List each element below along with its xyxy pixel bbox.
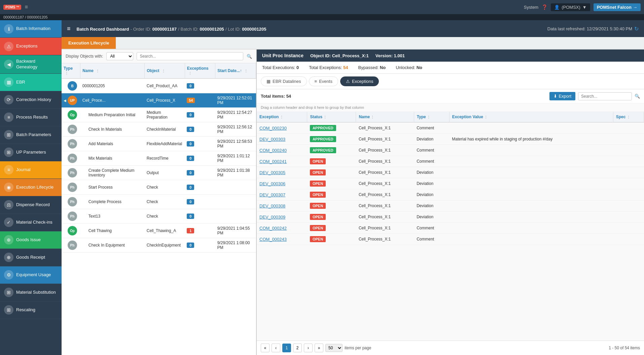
exc-type-cell: Deviation xyxy=(414,200,449,212)
user-section[interactable]: 👤 (POMSX) ▼ xyxy=(551,3,590,11)
page-next[interactable]: › xyxy=(304,344,313,352)
sidebar-item-batch-info[interactable]: ℹ Batch Information xyxy=(0,20,62,38)
hamburger-icon[interactable]: ≡ xyxy=(25,4,28,10)
sidebar-item-dispense-record[interactable]: ⚖ Dispense Record xyxy=(0,196,62,214)
exec-search-input[interactable] xyxy=(137,52,243,60)
col-name[interactable]: Name ⋮ xyxy=(80,63,145,78)
exception-row[interactable]: COM_000243 OPEN Cell_Process_X:1 Comment xyxy=(257,234,644,245)
exception-row[interactable]: COM_000241 OPEN Cell_Process_X:1 Comment xyxy=(257,156,644,167)
exc-name-cell: Cell_Process_X:1 xyxy=(356,234,414,245)
exc-col-name[interactable]: Name ⋮ xyxy=(356,112,414,122)
exc-status-cell: APPROVED xyxy=(307,145,356,156)
exec-table-row[interactable]: ◀ Ph Add Materials FlexibleAddMaterial 0… xyxy=(62,137,256,151)
exec-search-icon[interactable]: 🔍 xyxy=(247,54,252,59)
per-page-select[interactable]: 50 100 200 xyxy=(325,344,343,352)
exc-type-cell: Comment xyxy=(414,234,449,245)
exc-col-type[interactable]: Type ⋮ xyxy=(414,112,449,122)
exc-col-status[interactable]: Status ⋮ xyxy=(307,112,356,122)
exception-row[interactable]: DEV_000307 OPEN Cell_Process_X:1 Deviati… xyxy=(257,189,644,200)
exec-table-row[interactable]: ◀ Ph Complete Process Check 0 xyxy=(62,195,256,209)
exc-table-wrap[interactable]: Exception ⋮ Status ⋮ Name ⋮ Type ⋮ Excep… xyxy=(257,112,644,341)
exec-object-cell: Medium Preparation xyxy=(145,108,185,122)
sidebar-item-up-parameters[interactable]: ⊞ UP Parameters xyxy=(0,144,62,161)
exception-row[interactable]: COM_000240 APPROVED Cell_Process_X:1 Com… xyxy=(257,145,644,156)
col-object[interactable]: Object ⋮ xyxy=(145,63,185,78)
exc-link[interactable]: DEV_000308 xyxy=(259,203,285,208)
sidebar-item-correction-history[interactable]: ⟳ Correction History xyxy=(0,91,62,109)
col-startdate[interactable]: Start Date...↑ ⋮ xyxy=(215,63,256,78)
exec-table-row[interactable]: ◀ Op Medium Preparation Initial Medium P… xyxy=(62,108,256,122)
exec-table-row[interactable]: ◀ B 0000001205 Cell_Product_AA 0 xyxy=(62,78,256,93)
sidebar-item-rescaling[interactable]: ⊞ Rescaling xyxy=(0,301,62,319)
sidebar-item-batch-parameters[interactable]: ⊞ Batch Parameters xyxy=(0,126,62,144)
content-menu-icon[interactable]: ≡ xyxy=(67,25,71,32)
exec-table-scroll[interactable]: Type ⋮ Name ⋮ Object ⋮ Exceptions ⋮ Star… xyxy=(62,63,256,355)
exc-link[interactable]: DEV_000303 xyxy=(259,137,285,142)
help-icon[interactable]: ❓ xyxy=(542,4,547,10)
page-1[interactable]: 1 xyxy=(282,344,291,352)
exception-row[interactable]: DEV_000309 OPEN Cell_Process_X:1 Deviati… xyxy=(257,212,644,223)
exec-table-row[interactable]: ◀ UP Cell_Proce... Cell_Process_X 54 9/2… xyxy=(62,93,256,108)
sidebar-item-goods-receipt[interactable]: ⊕ Goods Receipt xyxy=(0,249,62,266)
exc-link[interactable]: DEV_000305 xyxy=(259,170,285,175)
exc-link[interactable]: COM_000240 xyxy=(259,148,287,153)
exception-row[interactable]: DEV_000306 OPEN Cell_Process_X:1 Deviati… xyxy=(257,178,644,189)
exec-table-row[interactable]: ◀ Ph Check In Materials CheckInMaterial … xyxy=(62,122,256,137)
exc-id-cell: DEV_000306 xyxy=(257,178,307,189)
page-prev[interactable]: ‹ xyxy=(272,344,280,352)
exceptions-tab-label: Exceptions xyxy=(352,79,373,84)
exec-exceptions-cell: 0 xyxy=(185,122,215,137)
exc-type-cell: Comment xyxy=(414,122,449,134)
exc-link[interactable]: DEV_000307 xyxy=(259,192,285,197)
exc-link[interactable]: COM_000241 xyxy=(259,159,287,164)
exc-name-cell: Cell_Process_X:1 xyxy=(356,167,414,178)
pomsnet-button[interactable]: POMSnet Falcon → xyxy=(594,3,641,11)
exec-table-row[interactable]: ◀ Ph Check In Equipment CheckInEquipment… xyxy=(62,238,256,253)
exc-search-icon[interactable]: 🔍 xyxy=(635,94,640,99)
exc-link[interactable]: COM_000243 xyxy=(259,237,287,242)
exc-link[interactable]: DEV_000309 xyxy=(259,215,285,220)
display-select[interactable]: All xyxy=(106,52,133,60)
sidebar-item-goods-issue[interactable]: ⊕ Goods Issue xyxy=(0,231,62,249)
exc-search-input[interactable] xyxy=(578,92,632,100)
exc-link[interactable]: DEV_000306 xyxy=(259,181,285,186)
page-last[interactable]: » xyxy=(315,344,323,352)
sub-tab-exceptions[interactable]: ⚠ Exceptions xyxy=(340,76,379,86)
sidebar-item-process-results[interactable]: ≡ Process Results xyxy=(0,109,62,126)
exec-table-row[interactable]: ◀ Ph Text13 Check 0 xyxy=(62,209,256,224)
sub-tab-ebr-datalines[interactable]: ▦ EBR Datalines xyxy=(261,76,307,86)
exception-row[interactable]: DEV_000303 APPROVED Cell_Process_X:1 Dev… xyxy=(257,134,644,145)
tab-execution-lifecycle[interactable]: Execution Lifecycle xyxy=(62,37,116,49)
exc-link[interactable]: COM_000242 xyxy=(259,226,287,231)
exc-name-cell: Cell_Process_X:1 xyxy=(356,223,414,234)
exec-table-row[interactable]: ◀ Ph Create Complete Medium Inventory Ou… xyxy=(62,166,256,180)
exception-row[interactable]: COM_000242 OPEN Cell_Process_X:1 Comment xyxy=(257,223,644,234)
sidebar-item-ebr[interactable]: ▦ EBR xyxy=(0,74,62,91)
exc-col-value[interactable]: Exception Value ⋮ xyxy=(449,112,613,122)
exc-col-spec[interactable]: Spec ⋮ xyxy=(613,112,644,122)
exc-col-exception[interactable]: Exception ⋮ xyxy=(257,112,307,122)
sidebar-item-journal[interactable]: ≡ Journal xyxy=(0,161,62,179)
sidebar-item-material-checkins[interactable]: ✓ Material Check-ins xyxy=(0,214,62,231)
exec-table-row[interactable]: ◀ Op Cell Thawing Cell_Thawing_A 1 9/29/… xyxy=(62,224,256,238)
exec-table-row[interactable]: ◀ Ph Mix Materials RecordTime 0 9/29/202… xyxy=(62,151,256,166)
sidebar-item-execution-lifecycle[interactable]: ◉ Execution Lifecycle xyxy=(0,179,62,196)
sidebar-item-equipment-usage[interactable]: ⚙ Equipment Usage xyxy=(0,266,62,284)
sidebar-item-exceptions[interactable]: ⚠ Exceptions xyxy=(0,38,62,55)
rescaling-icon: ⊞ xyxy=(4,305,13,315)
refresh-button[interactable]: ↻ xyxy=(634,26,639,32)
export-button[interactable]: ⬇ Export xyxy=(549,92,575,100)
exception-row[interactable]: DEV_000308 OPEN Cell_Process_X:1 Deviati… xyxy=(257,200,644,212)
order-id: 0000001187 xyxy=(152,27,177,32)
sub-tab-events[interactable]: ≡ Events xyxy=(309,76,338,86)
sidebar-item-goods-receipt-label: Goods Receipt xyxy=(16,255,45,260)
exc-link[interactable]: COM_000230 xyxy=(259,126,287,131)
exec-table-row[interactable]: ◀ Ph Start Process Check 0 xyxy=(62,180,256,195)
exception-row[interactable]: COM_000230 APPROVED Cell_Process_X:1 Com… xyxy=(257,122,644,134)
col-exceptions[interactable]: Exceptions ⋮ xyxy=(185,63,215,78)
page-first[interactable]: « xyxy=(261,344,270,352)
sidebar-item-material-substitution[interactable]: ⊞ Material Substitution xyxy=(0,284,62,301)
page-2[interactable]: 2 xyxy=(293,344,302,352)
exception-row[interactable]: DEV_000305 OPEN Cell_Process_X:1 Deviati… xyxy=(257,167,644,178)
sidebar-item-backward-genealogy[interactable]: ◀ Backward Genealogy xyxy=(0,55,62,74)
